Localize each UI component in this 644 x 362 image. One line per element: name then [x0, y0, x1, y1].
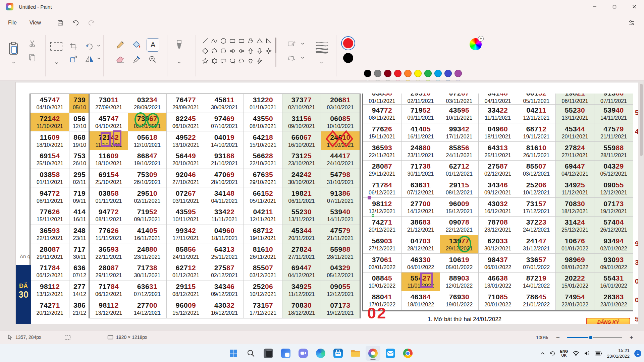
palette-swatch[interactable] — [414, 70, 422, 77]
shape-star-5-icon[interactable] — [201, 57, 209, 65]
start-button[interactable] — [226, 346, 241, 361]
rotate-button[interactable] — [84, 42, 95, 51]
battery-icon[interactable] — [595, 351, 602, 356]
shape-rectangle-icon[interactable] — [228, 37, 236, 45]
shape-curve-icon[interactable] — [210, 37, 218, 45]
zoom-in-button[interactable]: + — [627, 334, 636, 341]
file-explorer-icon[interactable] — [348, 346, 363, 361]
shape-pentagon-icon[interactable] — [210, 47, 218, 55]
color-picker-tool[interactable] — [131, 54, 143, 65]
fill-tool[interactable] — [131, 39, 143, 51]
palette-swatch[interactable] — [444, 70, 452, 77]
shapes-scrollbar[interactable] — [275, 38, 276, 67]
search-icon[interactable] — [244, 346, 258, 361]
widgets-icon[interactable] — [278, 346, 293, 361]
save-button[interactable] — [54, 17, 66, 29]
tray-sync-icon[interactable] — [550, 351, 555, 356]
notification-badge[interactable]: 1 — [634, 350, 641, 357]
rotate-chevron-down-icon[interactable] — [97, 44, 101, 47]
drawing-canvas[interactable]: 4574704/10/202173905/107214211/10/202105… — [15, 82, 638, 324]
shape-speech-rectangle-icon[interactable] — [219, 57, 227, 65]
microsoft-store-icon[interactable] — [331, 346, 345, 361]
palette-swatch[interactable] — [424, 70, 432, 77]
redo-button[interactable] — [85, 17, 97, 29]
palette-swatch[interactable] — [434, 70, 442, 77]
palette-swatch[interactable] — [454, 70, 462, 77]
paste-chevron-down-icon[interactable] — [11, 61, 15, 64]
close-button[interactable] — [624, 0, 644, 13]
brush-chevron-down-icon[interactable] — [177, 61, 181, 64]
shape-line-icon[interactable] — [201, 37, 209, 45]
shape-arrow-left-icon[interactable] — [237, 47, 246, 55]
pencil-tool[interactable] — [114, 39, 126, 51]
edge-browser-icon[interactable] — [313, 346, 328, 361]
task-view-icon[interactable] — [261, 346, 276, 361]
language-indicator[interactable]: ENGUK — [560, 349, 568, 357]
shape-heart-icon[interactable] — [247, 57, 255, 65]
minimize-button[interactable] — [585, 0, 604, 13]
wifi-icon[interactable] — [573, 351, 579, 356]
palette-swatch[interactable] — [374, 70, 381, 77]
shape-arrow-up-icon[interactable] — [247, 47, 255, 55]
paste-button[interactable] — [6, 38, 21, 59]
mail-icon[interactable] — [383, 346, 398, 361]
shape-star-4-icon[interactable] — [265, 47, 273, 55]
palette-swatch[interactable] — [384, 70, 391, 77]
shape-fill-button[interactable] — [285, 54, 299, 63]
magnifier-tool[interactable] — [147, 54, 159, 65]
clock[interactable]: 15:21 23/01/2022 — [607, 348, 630, 359]
chrome-browser-icon[interactable] — [400, 346, 415, 361]
color2-swatch[interactable] — [343, 53, 353, 63]
size-button[interactable] — [313, 38, 331, 56]
shape-arrow-down-icon[interactable] — [256, 47, 264, 55]
shape-star-6-icon[interactable] — [210, 57, 218, 65]
file-menu[interactable]: File — [3, 17, 21, 28]
shape-rounded-rectangle-icon[interactable] — [237, 37, 246, 45]
cut-button[interactable] — [27, 39, 38, 48]
flip-button[interactable] — [84, 54, 95, 64]
shape-arrow-right-icon[interactable] — [228, 47, 236, 55]
shape-outline-button[interactable] — [285, 40, 299, 49]
volume-icon[interactable] — [584, 351, 590, 356]
shape-ellipse-icon[interactable] — [219, 37, 227, 45]
shape-lightning-icon[interactable] — [256, 57, 264, 65]
settings-icon[interactable] — [626, 17, 638, 29]
paint-app-icon[interactable] — [366, 346, 380, 361]
flip-chevron-down-icon[interactable] — [97, 57, 101, 60]
eraser-tool[interactable] — [114, 54, 126, 65]
view-menu[interactable]: View — [25, 17, 46, 28]
shape-right-triangle-icon[interactable] — [265, 37, 273, 45]
brush-button[interactable] — [172, 38, 186, 56]
zoom-slider[interactable] — [567, 337, 622, 338]
crop-button[interactable] — [68, 42, 78, 51]
palette-swatch[interactable] — [394, 70, 401, 77]
select-chevron-down-icon[interactable] — [54, 62, 58, 64]
shape-speech-cloud-icon[interactable] — [237, 57, 246, 65]
resize-button[interactable] — [68, 54, 78, 64]
chat-icon[interactable] — [296, 346, 311, 361]
canvas-scrollbar[interactable] — [639, 80, 643, 330]
fill-chevron-down-icon[interactable] — [301, 56, 305, 59]
edit-colors-button[interactable]: + — [470, 38, 482, 50]
zoom-slider-thumb[interactable] — [588, 335, 593, 340]
shape-polygon-icon[interactable] — [247, 37, 255, 45]
select-button[interactable] — [49, 40, 64, 52]
shape-triangle-icon[interactable] — [256, 37, 264, 45]
tray-chevron-up-icon[interactable] — [540, 352, 545, 355]
result-cell: 5644920/10/2021 — [167, 150, 205, 169]
undo-button[interactable] — [70, 17, 82, 29]
shape-diamond-icon[interactable] — [201, 47, 209, 55]
maximize-button[interactable] — [604, 0, 624, 13]
palette-swatch[interactable] — [404, 70, 412, 77]
scrollbar-thumb[interactable] — [640, 84, 643, 156]
size-chevron-down-icon[interactable] — [319, 61, 323, 64]
shape-speech-oval-icon[interactable] — [228, 57, 236, 65]
zoom-out-button[interactable]: − — [553, 334, 562, 341]
copy-button[interactable] — [27, 53, 38, 62]
shape-hexagon-icon[interactable] — [219, 47, 227, 55]
result-cell: 0496018/11/2021 — [205, 225, 244, 244]
color1-swatch[interactable] — [341, 36, 355, 50]
text-tool[interactable]: A — [147, 38, 159, 52]
outline-chevron-down-icon[interactable] — [301, 42, 305, 45]
palette-swatch[interactable] — [364, 70, 371, 77]
